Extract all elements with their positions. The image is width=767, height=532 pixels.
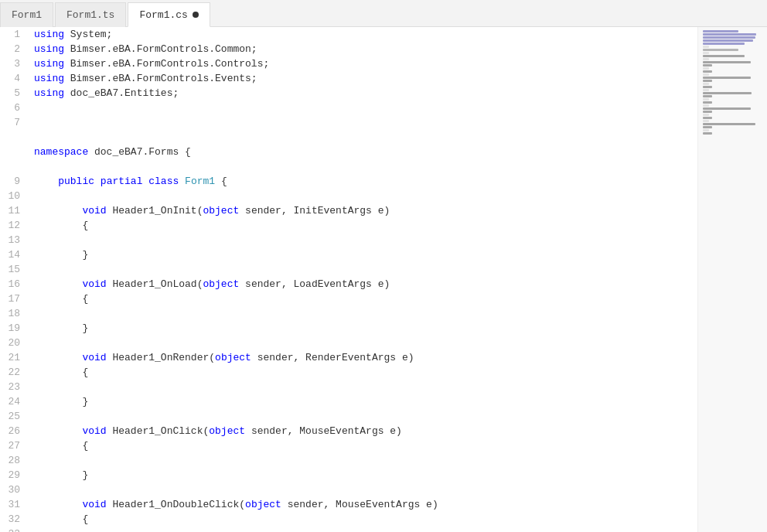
line-code-23 [31,380,697,394]
minimap-line [703,52,709,54]
line-num-30: 30 [0,483,31,497]
line-13: 13 [0,233,697,247]
minimap-line [703,80,712,82]
line-num-8 [0,130,31,145]
tab-form1-label: Form1 [12,9,42,21]
line-11: 11 void Header1_OnInit(object sender, In… [0,203,697,218]
line-num-12: 12 [0,218,31,233]
line-num-2: 2 [0,42,31,56]
minimap-line [703,95,712,97]
minimap-line [703,83,709,85]
line-code-22: { [31,365,697,380]
line-28: 28 [0,453,697,468]
line-code-4: using Bimser.eBA.FormControls.Events; [31,71,697,86]
line-code-1: using System; [31,27,697,42]
line-num-18: 18 [0,306,31,321]
line-14: 14 } [0,247,697,262]
tab-bar: Form1 Form1.ts Form1.cs [0,0,767,27]
line-code-32: { [31,512,697,527]
line-num-24: 24 [0,394,31,409]
line-code-18 [31,306,697,321]
line-code-12: { [31,218,697,233]
line-num-22: 22 [0,365,31,380]
tab-form1ts[interactable]: Form1.ts [55,2,126,27]
line-4: 4 using Bimser.eBA.FormControls.Events; [0,71,697,86]
line-code-5: using doc_eBA7.Entities; [31,86,697,101]
line-9: 9 public partial class Form1 { [0,174,697,189]
line-num-20: 20 [0,336,31,350]
line-num-26: 26 [0,424,31,438]
line-num-7: 7 [0,115,31,130]
line-code-11: void Header1_OnInit(object sender, InitE… [31,203,697,218]
line-num-13: 13 [0,233,31,247]
editor-container: 1 using System; 2 using Bimser.eBA.FormC… [0,27,767,532]
line-num-9: 9 [0,174,31,189]
minimap-line [703,67,709,70]
minimap-line [703,30,738,32]
line-code-19: } [31,321,697,336]
line-num-ns [0,145,31,159]
line-num-3: 3 [0,56,31,71]
tab-form1ts-label: Form1.ts [66,9,114,21]
minimap-line [703,73,709,76]
line-num-19: 19 [0,321,31,336]
line-code-31: void Header1_OnDoubleClick(object sender… [31,497,697,512]
line-32: 32 { [0,512,697,527]
line-num-14: 14 [0,247,31,262]
line-7: 7 [0,115,697,130]
editor-main[interactable]: 1 using System; 2 using Bimser.eBA.FormC… [0,27,697,532]
line-33: 33 [0,527,697,532]
line-20: 20 [0,336,697,350]
minimap-line [703,98,709,101]
line-code-21: void Header1_OnRender(object sender, Ren… [31,350,697,365]
minimap[interactable] [697,27,767,532]
line-code-27: { [31,438,697,453]
line-29: 29 } [0,468,697,483]
line-code-8 [31,130,697,145]
line-num-16: 16 [0,277,31,292]
tab-form1cs[interactable]: Form1.cs [128,2,210,27]
line-code-16: void Header1_OnLoad(object sender, LoadE… [31,277,697,292]
line-code-15 [31,262,697,277]
line-6: 6 [0,101,697,115]
line-19: 19 } [0,321,697,336]
line-num-29: 29 [0,468,31,483]
line-24: 24 } [0,394,697,409]
line-12: 12 { [0,218,697,233]
minimap-line [703,104,709,107]
code-table: 1 using System; 2 using Bimser.eBA.FormC… [0,27,697,532]
line-31: 31 void Header1_OnDoubleClick(object sen… [0,497,697,512]
minimap-line [703,132,712,135]
line-2: 2 using Bimser.eBA.FormControls.Common; [0,42,697,56]
line-num-15: 15 [0,262,31,277]
minimap-line [703,120,709,122]
line-code-7 [31,115,697,130]
line-code-14: } [31,247,697,262]
line-code-28 [31,453,697,468]
minimap-line [703,111,712,113]
line-num-27: 27 [0,438,31,453]
line-code-9b [31,159,697,174]
modified-indicator [193,12,199,18]
line-code-26: void Header1_OnClick(object sender, Mous… [31,424,697,438]
minimap-line [703,86,712,88]
line-code-20 [31,336,697,350]
line-num-32: 32 [0,512,31,527]
minimap-line [703,129,709,131]
line-17: 17 { [0,292,697,306]
tab-form1[interactable]: Form1 [0,2,53,27]
minimap-line [703,77,751,79]
minimap-line [703,43,745,45]
line-1: 1 using System; [0,27,697,42]
line-num-21: 21 [0,350,31,365]
line-8 [0,130,697,145]
line-code-29: } [31,468,697,483]
line-code-10 [31,189,697,203]
minimap-line [703,126,712,128]
line-num-9b [0,159,31,174]
line-16: 16 void Header1_OnLoad(object sender, Lo… [0,277,697,292]
line-15: 15 [0,262,697,277]
line-num-25: 25 [0,409,31,424]
line-num-33: 33 [0,527,31,532]
minimap-line [703,89,709,91]
